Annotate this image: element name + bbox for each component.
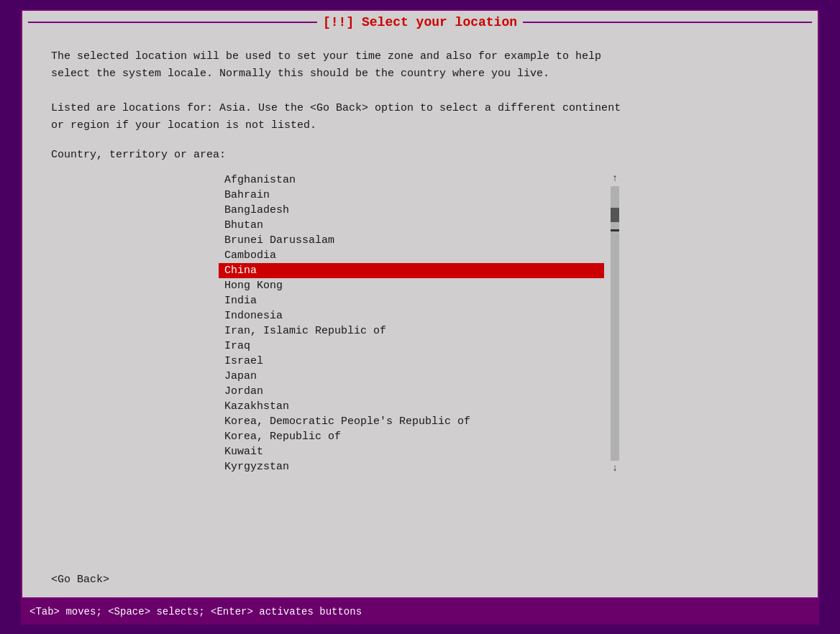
- list-item[interactable]: Hong Kong: [219, 278, 604, 293]
- list-item[interactable]: Kyrgyzstan: [219, 459, 604, 474]
- list-item[interactable]: Kazakhstan: [219, 399, 604, 414]
- content-area: The selected location will be used to se…: [22, 34, 818, 559]
- status-bar: <Tab> moves; <Space> selects; <Enter> ac…: [21, 599, 819, 625]
- desc-line2: select the system locale. Normally this …: [51, 65, 789, 83]
- list-item[interactable]: Kuwait: [219, 444, 604, 459]
- bottom-buttons: <Go Back>: [22, 559, 818, 597]
- list-item[interactable]: Afghanistan: [219, 173, 604, 188]
- list-item[interactable]: China: [219, 263, 604, 278]
- list-item[interactable]: Bahrain: [219, 188, 604, 203]
- list-item[interactable]: Brunei Darussalam: [219, 233, 604, 248]
- desc-line3: Listed are locations for: Asia. Use the …: [51, 100, 789, 117]
- country-list-container: AfghanistanBahrainBangladeshBhutanBrunei…: [219, 173, 621, 474]
- list-item[interactable]: Indonesia: [219, 308, 604, 323]
- list-item[interactable]: Korea, Democratic People's Republic of: [219, 414, 604, 429]
- title-line-right: [523, 22, 812, 23]
- list-item[interactable]: Iran, Islamic Republic of: [219, 323, 604, 339]
- status-text: <Tab> moves; <Space> selects; <Enter> ac…: [29, 606, 362, 617]
- scroll-track[interactable]: [611, 186, 619, 461]
- list-item[interactable]: India: [219, 293, 604, 308]
- list-item[interactable]: Cambodia: [219, 248, 604, 263]
- scrollbar[interactable]: ↑ ↓: [608, 173, 621, 474]
- list-item[interactable]: Japan: [219, 369, 604, 384]
- scroll-tick: [611, 229, 619, 231]
- title-bar: [!!] Select your location: [22, 11, 818, 34]
- scroll-down-arrow[interactable]: ↓: [612, 462, 618, 474]
- desc-line1: The selected location will be used to se…: [51, 48, 789, 65]
- list-item[interactable]: Bhutan: [219, 218, 604, 233]
- list-item[interactable]: Iraq: [219, 339, 604, 354]
- section-label: Country, territory or area:: [51, 149, 789, 161]
- list-item[interactable]: Korea, Republic of: [219, 429, 604, 444]
- scroll-up-arrow[interactable]: ↑: [612, 173, 618, 185]
- main-window: [!!] Select your location The selected l…: [21, 9, 819, 599]
- scroll-thumb: [611, 208, 619, 222]
- country-list[interactable]: AfghanistanBahrainBangladeshBhutanBrunei…: [219, 173, 604, 474]
- desc-line4: or region if your location is not listed…: [51, 117, 789, 134]
- list-item[interactable]: Israel: [219, 354, 604, 369]
- list-item[interactable]: Bangladesh: [219, 203, 604, 218]
- description-block: The selected location will be used to se…: [51, 48, 789, 134]
- go-back-button[interactable]: <Go Back>: [51, 574, 109, 586]
- list-item[interactable]: Jordan: [219, 384, 604, 399]
- window-title: [!!] Select your location: [323, 15, 517, 29]
- title-line-left: [28, 22, 317, 23]
